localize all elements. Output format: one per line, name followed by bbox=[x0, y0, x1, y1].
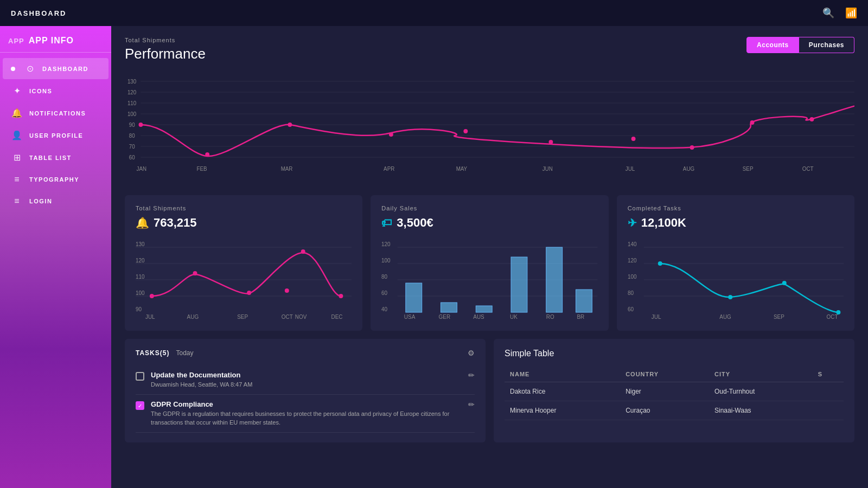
stat-card-total-shipments: Total Shipments 🔔 763,215 130 120 110 10… bbox=[125, 195, 362, 331]
svg-text:AUG: AUG bbox=[683, 166, 694, 172]
svg-text:130: 130 bbox=[127, 79, 137, 85]
sidebar-item-table-list[interactable]: ⊞ TABLE LIST bbox=[3, 147, 108, 168]
user-profile-icon: 👤 bbox=[11, 130, 23, 140]
task-edit-icon-2[interactable]: ✏ bbox=[468, 400, 475, 409]
activity-icon[interactable]: 📶 bbox=[845, 7, 857, 19]
svg-point-39 bbox=[285, 288, 289, 293]
task-edit-icon-1[interactable]: ✏ bbox=[468, 371, 475, 380]
daily-sales-chart-svg: 120 100 80 60 40 USA GER AUS UK bbox=[381, 236, 597, 323]
svg-point-37 bbox=[193, 271, 197, 275]
sidebar-navigation: ⊙ DASHBOARD ✦ ICONS 🔔 NOTIFICATIONS 👤 US… bbox=[0, 58, 111, 211]
svg-text:OCT: OCT bbox=[802, 166, 814, 172]
svg-text:130: 130 bbox=[136, 241, 145, 247]
sidebar-label-notifications: NOTIFICATIONS bbox=[29, 110, 86, 117]
performance-title: Performance bbox=[125, 46, 854, 62]
daily-sales-icon: 🏷 bbox=[381, 217, 392, 229]
sidebar: APP APP INFO ⊙ DASHBOARD ✦ ICONS 🔔 NOTIF… bbox=[0, 26, 111, 488]
chart-dot-jan bbox=[139, 123, 143, 127]
svg-text:60: 60 bbox=[129, 155, 135, 160]
svg-text:120: 120 bbox=[127, 89, 137, 95]
task-content-1: Update the Documentation Dwuamish Head, … bbox=[151, 371, 462, 389]
svg-text:SEP: SEP bbox=[237, 314, 248, 320]
performance-line bbox=[141, 102, 854, 156]
stat-title-completed-tasks: Completed Tasks bbox=[628, 205, 844, 211]
svg-point-38 bbox=[247, 291, 251, 295]
svg-text:SEP: SEP bbox=[743, 166, 754, 172]
svg-point-78 bbox=[658, 261, 662, 266]
svg-text:JUN: JUN bbox=[542, 166, 553, 172]
svg-text:JUL: JUL bbox=[626, 166, 635, 172]
table-list-icon: ⊞ bbox=[11, 152, 23, 163]
sidebar-item-user-profile[interactable]: 👤 USER PROFILE bbox=[3, 125, 108, 146]
svg-rect-58 bbox=[441, 303, 457, 312]
chart-dot-sep bbox=[750, 120, 755, 125]
tasks-gear-icon[interactable]: ⚙ bbox=[468, 349, 475, 357]
performance-chart: 130 120 110 100 90 80 70 60 bbox=[125, 70, 854, 179]
svg-text:NOV: NOV bbox=[295, 314, 307, 320]
svg-text:FEB: FEB bbox=[197, 166, 207, 172]
topbar: DASHBOARD 🔍 📶 bbox=[0, 0, 868, 26]
svg-text:RO: RO bbox=[546, 314, 554, 320]
svg-text:USA: USA bbox=[404, 314, 416, 320]
svg-rect-60 bbox=[511, 257, 527, 312]
performance-tabs: Accounts Purchases bbox=[746, 37, 854, 53]
sidebar-item-login[interactable]: ≡ LOGIN bbox=[3, 191, 108, 211]
svg-text:90: 90 bbox=[136, 306, 142, 312]
performance-subtitle: Total Shipments bbox=[125, 37, 854, 43]
tasks-card: TASKS(5) Today ⚙ Update the Documentatio… bbox=[125, 339, 486, 442]
stat-title-daily-sales: Daily Sales bbox=[381, 205, 597, 211]
svg-text:MAR: MAR bbox=[281, 166, 293, 172]
completed-tasks-chart-svg: 140 120 100 80 60 JUL AUG SEP OCT bbox=[628, 236, 844, 323]
svg-text:80: 80 bbox=[628, 290, 634, 296]
task-checkbox-2[interactable]: ✓ bbox=[136, 401, 144, 410]
svg-text:120: 120 bbox=[136, 258, 145, 264]
stat-value-shipments: 🔔 763,215 bbox=[136, 216, 352, 230]
svg-text:60: 60 bbox=[381, 290, 388, 296]
svg-point-79 bbox=[728, 295, 732, 299]
svg-text:BR: BR bbox=[577, 314, 585, 320]
svg-text:DEC: DEC bbox=[331, 314, 342, 320]
svg-text:GER: GER bbox=[439, 314, 451, 320]
stat-card-completed-tasks: Completed Tasks ✈ 12,100K 140 120 100 80… bbox=[617, 195, 854, 331]
sidebar-item-dashboard[interactable]: ⊙ DASHBOARD bbox=[3, 58, 108, 79]
svg-point-36 bbox=[150, 294, 154, 298]
sidebar-item-typography[interactable]: ≡ TYPOGRAPHY bbox=[3, 169, 108, 190]
tab-purchases[interactable]: Purchases bbox=[799, 37, 854, 53]
task-desc-2: The GDPR is a regulation that requires b… bbox=[151, 410, 462, 427]
svg-text:110: 110 bbox=[127, 100, 137, 106]
dashboard-icon: ⊙ bbox=[24, 63, 36, 74]
svg-rect-57 bbox=[406, 283, 422, 312]
svg-text:120: 120 bbox=[381, 241, 391, 247]
tab-accounts[interactable]: Accounts bbox=[746, 37, 799, 53]
row1-country: Niger bbox=[620, 382, 709, 401]
svg-text:70: 70 bbox=[129, 144, 135, 150]
performance-section: Total Shipments Performance Accounts Pur… bbox=[111, 26, 868, 187]
svg-rect-62 bbox=[576, 290, 592, 312]
stat-title-shipments: Total Shipments bbox=[136, 205, 352, 211]
sidebar-item-notifications[interactable]: 🔔 NOTIFICATIONS bbox=[3, 102, 108, 124]
chart-dot-jul bbox=[631, 137, 636, 141]
task-checkbox-1[interactable] bbox=[136, 372, 144, 381]
login-icon: ≡ bbox=[11, 196, 23, 206]
svg-text:AUS: AUS bbox=[474, 314, 485, 320]
task-item-1: Update the Documentation Dwuamish Head, … bbox=[136, 365, 475, 395]
stat-value-daily-sales: 🏷 3,500€ bbox=[381, 216, 597, 230]
task-name-2: GDPR Compliance bbox=[151, 400, 462, 408]
chart-dot-aug bbox=[690, 145, 694, 150]
chart-dot-oct bbox=[810, 117, 814, 121]
icons-icon: ✦ bbox=[11, 86, 23, 96]
svg-text:UK: UK bbox=[510, 314, 518, 320]
chart-dot-apr bbox=[389, 132, 393, 137]
tasks-title: TASKS(5) bbox=[136, 349, 169, 357]
svg-text:OCT: OCT bbox=[282, 314, 293, 320]
tasks-header-left: TASKS(5) Today bbox=[136, 349, 193, 357]
sidebar-item-icons[interactable]: ✦ ICONS bbox=[3, 80, 108, 101]
search-icon[interactable]: 🔍 bbox=[822, 7, 834, 19]
svg-text:110: 110 bbox=[136, 274, 145, 280]
svg-text:80: 80 bbox=[129, 133, 135, 139]
bottom-row: TASKS(5) Today ⚙ Update the Documentatio… bbox=[111, 339, 868, 451]
sidebar-app-label: APP bbox=[8, 37, 24, 45]
svg-text:80: 80 bbox=[381, 274, 388, 280]
col-city: CITY bbox=[709, 367, 813, 382]
sidebar-label-typography: TYPOGRAPHY bbox=[29, 176, 79, 183]
